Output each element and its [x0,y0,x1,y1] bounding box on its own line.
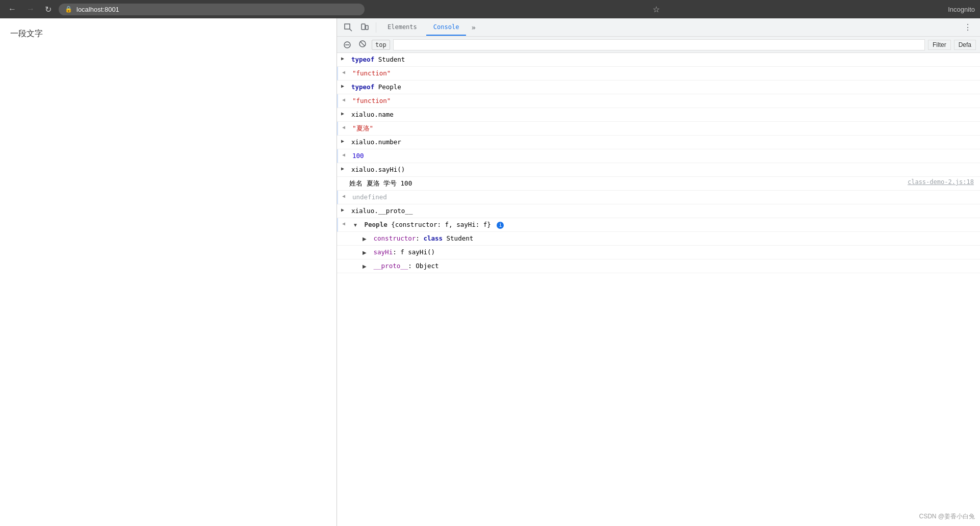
console-row: undefined [337,191,980,204]
bookmark-button[interactable]: ☆ [651,3,662,16]
svg-line-1 [350,29,352,31]
console-line: "function" [352,96,980,106]
console-line: ▶ constructor: class Student [362,233,980,244]
expand-sayhi-button[interactable]: ▶ [362,250,368,256]
number-value: 100 [352,152,364,160]
expand-constructor-button[interactable]: ▶ [362,236,368,242]
keyword-typeof: typeof [351,56,374,63]
address-text: localhost:8001 [76,6,119,13]
console-line: ▼ People {constructor: f, sayHi: f} i [352,220,980,230]
console-row-child: ▶ constructor: class Student [337,232,980,246]
console-row: "function" [337,94,980,108]
tab-console[interactable]: Console [426,19,467,36]
console-line: 姓名 夏洛 学号 100 [349,178,980,189]
filter-button[interactable]: Filter [928,40,951,50]
console-output: typeof Student "function" typeof People [337,53,980,526]
console-row: xialuo.number [337,136,980,149]
console-row: "function" [337,67,980,81]
console-row-child: ▶ sayHi: f sayHi() [337,246,980,259]
info-icon[interactable]: i [497,222,504,229]
incognito-area: Incognito [948,6,975,13]
arrow-left-icon [342,220,350,226]
console-line: 100 [352,151,980,161]
arrow-left-icon [342,192,350,199]
console-row: typeof Student [337,53,980,67]
console-line: typeof Student [351,55,980,65]
svg-rect-2 [362,24,365,30]
console-context[interactable]: top [372,40,390,50]
main-content: 一段文字 Elements Console » ⋮ [0,18,980,526]
expand-object-button[interactable]: ▼ [352,222,358,228]
device-toolbar-button[interactable] [357,21,372,34]
svg-rect-0 [345,24,350,29]
console-row: typeof People [337,81,980,94]
forward-button[interactable]: → [23,3,38,16]
watermark: CSDN @姜香小白兔 [919,512,975,521]
property-name-constructor: constructor [374,234,416,242]
arrow-right-icon [341,137,349,144]
console-source[interactable]: class-demo-2.js:18 [908,178,974,186]
property-value-sayhi: f sayHi() [400,248,435,256]
arrow-left-icon [342,151,350,157]
property-value: class Student [423,234,473,242]
arrow-right-icon [341,55,349,61]
console-line: "function" [352,68,980,78]
console-row: "夏洛" [337,122,980,136]
devtools-toolbar: Elements Console » ⋮ [337,18,980,37]
tab-elements[interactable]: Elements [380,19,424,36]
log-level-button[interactable]: Defa [954,40,976,50]
clear-console-button[interactable] [341,40,353,50]
console-line: "夏洛" [352,123,980,134]
console-line: xialuo.sayHi() [351,165,980,175]
devtools-panel: Elements Console » ⋮ top [337,18,980,526]
arrow-right-icon [341,206,349,213]
console-line: ▶ sayHi: f sayHi() [362,247,980,257]
console-filter-input[interactable] [393,39,925,50]
console-row: 100 [337,149,980,163]
devtools-menu-button[interactable]: ⋮ [960,20,976,34]
arrow-right-icon [341,82,349,89]
page-content: 一段文字 [0,18,337,526]
console-toolbar: top Filter Defa [337,37,980,53]
object-label: People [365,221,388,228]
console-row: xialuo.sayHi() [337,163,980,177]
console-line: xialuo.name [351,110,980,120]
console-row: xialuo.__proto__ [337,204,980,218]
incognito-label: Incognito [948,6,975,13]
property-name-sayhi: sayHi [374,248,393,256]
string-value: "function" [352,97,391,104]
console-line: xialuo.__proto__ [351,206,980,216]
inspect-element-button[interactable] [341,21,355,34]
console-line: typeof People [351,82,980,92]
console-line: xialuo.number [351,137,980,147]
expand-proto-button[interactable]: ▶ [362,264,368,270]
arrow-right-icon [341,165,349,171]
toolbar-separator [376,22,376,33]
arrow-right-icon [341,110,349,116]
devtools-toolbar-right: ⋮ [960,20,976,34]
property-value-proto: Object [416,262,439,270]
console-row-object: ▼ People {constructor: f, sayHi: f} i [337,218,980,232]
console-line: ▶ __proto__: Object [362,261,980,271]
object-props: {constructor: f, sayHi: f} [391,221,491,228]
console-row: xialuo.name [337,108,980,122]
keyword-typeof: typeof [351,83,374,91]
back-button[interactable]: ← [5,3,19,16]
reload-button[interactable]: ↻ [42,3,55,16]
address-bar[interactable]: 🔒 localhost:8001 [59,4,365,15]
arrow-left-icon [342,123,350,130]
more-tabs-button[interactable]: » [468,19,478,36]
svg-line-7 [360,42,365,46]
svg-rect-3 [366,25,368,30]
arrow-left-icon [342,68,350,75]
string-value: "function" [352,69,391,77]
string-value: "夏洛" [352,124,373,132]
page-text: 一段文字 [10,29,326,39]
lock-icon: 🔒 [65,6,72,13]
browser-chrome: ← → ↻ 🔒 localhost:8001 ☆ Incognito [0,0,980,18]
console-row-child: ▶ __proto__: Object [337,259,980,273]
undefined-value: undefined [352,193,387,201]
block-network-button[interactable] [356,39,369,50]
console-row: 姓名 夏洛 学号 100 class-demo-2.js:18 [337,177,980,191]
arrow-left-icon [342,96,350,102]
